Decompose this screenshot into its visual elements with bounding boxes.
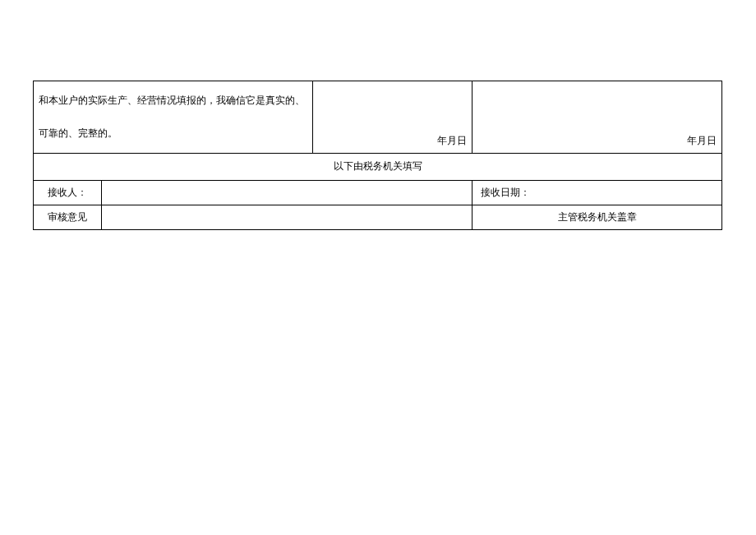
- review-opinion-label: 审核意见: [34, 205, 101, 229]
- receive-date-label: 接收日期：: [481, 186, 530, 200]
- recipient-value: [101, 181, 472, 205]
- review-opinion-value: [101, 205, 472, 229]
- recipient-row: 接收人： 接收日期：: [34, 181, 721, 205]
- date-cell-right: 年月日: [472, 81, 721, 153]
- declaration-line2: 可靠的、完整的。: [39, 122, 306, 144]
- tax-authority-heading-row: 以下由税务机关填写: [34, 154, 721, 181]
- authority-stamp-label: 主管税务机关盖章: [472, 205, 721, 229]
- form-table: 和本业户的实际生产、经营情况填报的，我确信它是真实的、 可靠的、完整的。 年月日…: [33, 81, 722, 230]
- date-label-2: 年月日: [687, 134, 717, 148]
- recipient-label: 接收人：: [34, 181, 101, 205]
- review-row: 审核意见 主管税务机关盖章: [34, 205, 721, 230]
- receive-date: 接收日期：: [472, 181, 721, 205]
- date-label-1: 年月日: [437, 134, 467, 148]
- declaration-line1: 和本业户的实际生产、经营情况填报的，我确信它是真实的、: [39, 90, 306, 111]
- date-cell-left: 年月日: [312, 81, 472, 153]
- declaration-row: 和本业户的实际生产、经营情况填报的，我确信它是真实的、 可靠的、完整的。 年月日…: [34, 81, 721, 154]
- tax-authority-heading: 以下由税务机关填写: [34, 154, 721, 180]
- declaration-statement-cell: 和本业户的实际生产、经营情况填报的，我确信它是真实的、 可靠的、完整的。: [34, 81, 312, 153]
